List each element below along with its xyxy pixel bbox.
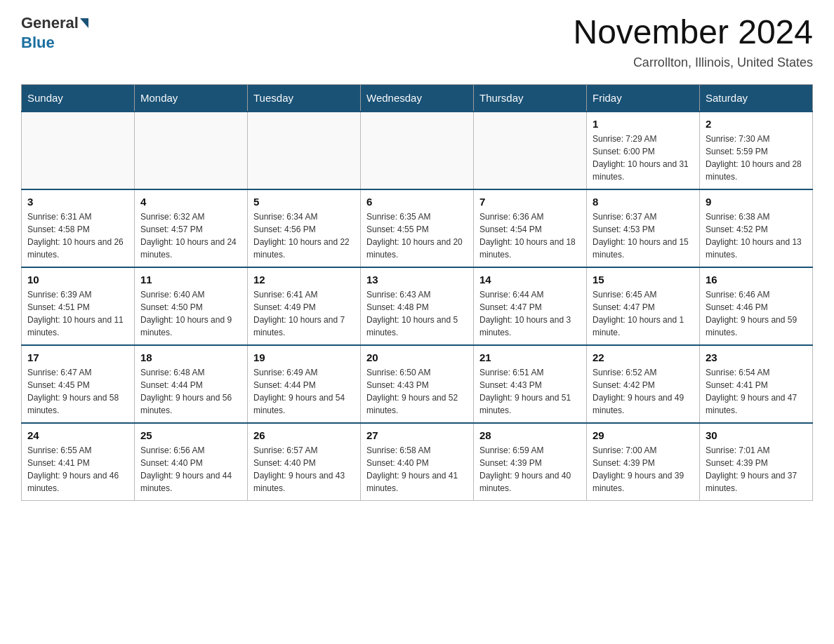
logo: General Blue: [21, 14, 90, 52]
day-number-28: 28: [479, 429, 581, 441]
day-number-7: 7: [479, 196, 581, 208]
day-number-11: 11: [140, 274, 241, 286]
day-cell-5: 5Sunrise: 6:34 AMSunset: 4:56 PMDaylight…: [248, 189, 361, 267]
day-cell-2: 2Sunrise: 7:30 AMSunset: 5:59 PMDaylight…: [700, 112, 813, 189]
day-info-7: Sunrise: 6:36 AMSunset: 4:54 PMDaylight:…: [479, 210, 581, 261]
day-cell-22: 22Sunrise: 6:52 AMSunset: 4:42 PMDayligh…: [587, 345, 700, 423]
day-info-30: Sunrise: 7:01 AMSunset: 4:39 PMDaylight:…: [706, 444, 807, 495]
day-info-9: Sunrise: 6:38 AMSunset: 4:52 PMDaylight:…: [706, 210, 807, 261]
header-thursday: Thursday: [474, 84, 587, 112]
calendar-subtitle: Carrollton, Illinois, United States: [573, 55, 813, 70]
day-number-8: 8: [593, 196, 694, 208]
day-number-21: 21: [479, 351, 581, 363]
day-info-17: Sunrise: 6:47 AMSunset: 4:45 PMDaylight:…: [27, 366, 128, 417]
day-cell-7: 7Sunrise: 6:36 AMSunset: 4:54 PMDaylight…: [474, 189, 587, 267]
day-number-10: 10: [27, 274, 128, 286]
day-info-27: Sunrise: 6:58 AMSunset: 4:40 PMDaylight:…: [366, 444, 468, 495]
day-number-25: 25: [140, 429, 241, 441]
week-row-5: 24Sunrise: 6:55 AMSunset: 4:41 PMDayligh…: [22, 423, 813, 501]
day-cell-23: 23Sunrise: 6:54 AMSunset: 4:41 PMDayligh…: [700, 345, 813, 423]
day-cell-15: 15Sunrise: 6:45 AMSunset: 4:47 PMDayligh…: [587, 267, 700, 345]
day-info-13: Sunrise: 6:43 AMSunset: 4:48 PMDaylight:…: [366, 288, 468, 339]
header-sunday: Sunday: [22, 84, 135, 112]
week-row-4: 17Sunrise: 6:47 AMSunset: 4:45 PMDayligh…: [22, 345, 813, 423]
header-tuesday: Tuesday: [248, 84, 361, 112]
day-cell-14: 14Sunrise: 6:44 AMSunset: 4:47 PMDayligh…: [474, 267, 587, 345]
page-header: General Blue November 2024 Carrollton, I…: [21, 14, 813, 70]
header-monday: Monday: [135, 84, 248, 112]
day-info-5: Sunrise: 6:34 AMSunset: 4:56 PMDaylight:…: [253, 210, 355, 261]
day-number-5: 5: [253, 196, 355, 208]
logo-general-text: General: [21, 14, 79, 32]
day-info-22: Sunrise: 6:52 AMSunset: 4:42 PMDaylight:…: [593, 366, 694, 417]
day-number-22: 22: [593, 351, 694, 363]
day-number-27: 27: [366, 429, 468, 441]
day-cell-11: 11Sunrise: 6:40 AMSunset: 4:50 PMDayligh…: [135, 267, 248, 345]
week-row-2: 3Sunrise: 6:31 AMSunset: 4:58 PMDaylight…: [22, 189, 813, 267]
calendar-title-area: November 2024 Carrollton, Illinois, Unit…: [573, 14, 813, 70]
day-cell-19: 19Sunrise: 6:49 AMSunset: 4:44 PMDayligh…: [248, 345, 361, 423]
day-info-11: Sunrise: 6:40 AMSunset: 4:50 PMDaylight:…: [140, 288, 241, 339]
day-number-19: 19: [253, 351, 355, 363]
day-number-29: 29: [593, 429, 694, 441]
header-wednesday: Wednesday: [361, 84, 474, 112]
day-cell-16: 16Sunrise: 6:46 AMSunset: 4:46 PMDayligh…: [700, 267, 813, 345]
day-info-10: Sunrise: 6:39 AMSunset: 4:51 PMDaylight:…: [27, 288, 128, 339]
day-cell-3: 3Sunrise: 6:31 AMSunset: 4:58 PMDaylight…: [22, 189, 135, 267]
day-info-24: Sunrise: 6:55 AMSunset: 4:41 PMDaylight:…: [27, 444, 128, 495]
weekday-header-row: SundayMondayTuesdayWednesdayThursdayFrid…: [22, 84, 813, 112]
day-cell-27: 27Sunrise: 6:58 AMSunset: 4:40 PMDayligh…: [361, 423, 474, 501]
day-number-1: 1: [593, 118, 694, 130]
day-cell-25: 25Sunrise: 6:56 AMSunset: 4:40 PMDayligh…: [135, 423, 248, 501]
calendar-table: SundayMondayTuesdayWednesdayThursdayFrid…: [21, 84, 813, 501]
day-number-3: 3: [27, 196, 128, 208]
day-number-13: 13: [366, 274, 468, 286]
day-cell-10: 10Sunrise: 6:39 AMSunset: 4:51 PMDayligh…: [22, 267, 135, 345]
day-cell-29: 29Sunrise: 7:00 AMSunset: 4:39 PMDayligh…: [587, 423, 700, 501]
day-cell-empty: [248, 112, 361, 189]
header-saturday: Saturday: [700, 84, 813, 112]
day-info-8: Sunrise: 6:37 AMSunset: 4:53 PMDaylight:…: [593, 210, 694, 261]
day-info-18: Sunrise: 6:48 AMSunset: 4:44 PMDaylight:…: [140, 366, 241, 417]
day-info-12: Sunrise: 6:41 AMSunset: 4:49 PMDaylight:…: [253, 288, 355, 339]
day-cell-8: 8Sunrise: 6:37 AMSunset: 4:53 PMDaylight…: [587, 189, 700, 267]
calendar-title: November 2024: [573, 14, 813, 51]
day-cell-6: 6Sunrise: 6:35 AMSunset: 4:55 PMDaylight…: [361, 189, 474, 267]
day-cell-9: 9Sunrise: 6:38 AMSunset: 4:52 PMDaylight…: [700, 189, 813, 267]
logo-blue-text: Blue: [21, 34, 55, 51]
day-cell-26: 26Sunrise: 6:57 AMSunset: 4:40 PMDayligh…: [248, 423, 361, 501]
day-cell-24: 24Sunrise: 6:55 AMSunset: 4:41 PMDayligh…: [22, 423, 135, 501]
day-info-2: Sunrise: 7:30 AMSunset: 5:59 PMDaylight:…: [706, 133, 807, 183]
day-number-9: 9: [706, 196, 807, 208]
day-info-19: Sunrise: 6:49 AMSunset: 4:44 PMDaylight:…: [253, 366, 355, 417]
day-cell-empty: [22, 112, 135, 189]
day-cell-18: 18Sunrise: 6:48 AMSunset: 4:44 PMDayligh…: [135, 345, 248, 423]
day-number-26: 26: [253, 429, 355, 441]
day-info-21: Sunrise: 6:51 AMSunset: 4:43 PMDaylight:…: [479, 366, 581, 417]
day-number-30: 30: [706, 429, 807, 441]
day-info-4: Sunrise: 6:32 AMSunset: 4:57 PMDaylight:…: [140, 210, 241, 261]
logo-arrow-icon: [80, 18, 88, 28]
day-info-28: Sunrise: 6:59 AMSunset: 4:39 PMDaylight:…: [479, 444, 581, 495]
day-cell-21: 21Sunrise: 6:51 AMSunset: 4:43 PMDayligh…: [474, 345, 587, 423]
day-number-4: 4: [140, 196, 241, 208]
day-number-6: 6: [366, 196, 468, 208]
day-cell-empty: [474, 112, 587, 189]
day-info-20: Sunrise: 6:50 AMSunset: 4:43 PMDaylight:…: [366, 366, 468, 417]
week-row-3: 10Sunrise: 6:39 AMSunset: 4:51 PMDayligh…: [22, 267, 813, 345]
week-row-1: 1Sunrise: 7:29 AMSunset: 6:00 PMDaylight…: [22, 112, 813, 189]
day-number-23: 23: [706, 351, 807, 363]
day-cell-28: 28Sunrise: 6:59 AMSunset: 4:39 PMDayligh…: [474, 423, 587, 501]
header-friday: Friday: [587, 84, 700, 112]
day-cell-13: 13Sunrise: 6:43 AMSunset: 4:48 PMDayligh…: [361, 267, 474, 345]
day-info-16: Sunrise: 6:46 AMSunset: 4:46 PMDaylight:…: [706, 288, 807, 339]
day-number-15: 15: [593, 274, 694, 286]
day-info-23: Sunrise: 6:54 AMSunset: 4:41 PMDaylight:…: [706, 366, 807, 417]
day-number-17: 17: [27, 351, 128, 363]
day-number-12: 12: [253, 274, 355, 286]
day-cell-20: 20Sunrise: 6:50 AMSunset: 4:43 PMDayligh…: [361, 345, 474, 423]
day-number-20: 20: [366, 351, 468, 363]
day-cell-4: 4Sunrise: 6:32 AMSunset: 4:57 PMDaylight…: [135, 189, 248, 267]
day-cell-12: 12Sunrise: 6:41 AMSunset: 4:49 PMDayligh…: [248, 267, 361, 345]
day-info-25: Sunrise: 6:56 AMSunset: 4:40 PMDaylight:…: [140, 444, 241, 495]
